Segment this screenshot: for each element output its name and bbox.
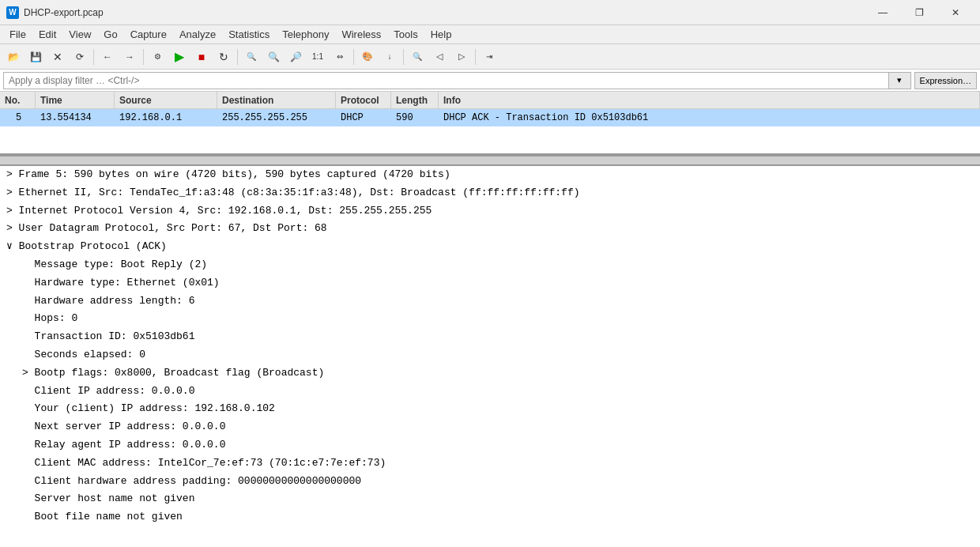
- zoom-out-button[interactable]: 🔎: [285, 47, 306, 66]
- titlebar: W DHCP-export.pcap — ❐ ✕: [0, 0, 980, 25]
- resize-columns-button[interactable]: ⇔: [330, 47, 350, 66]
- cell-destination: 255.255.255.255: [217, 109, 336, 126]
- window-title: DHCP-export.pcap: [24, 7, 865, 18]
- menu-item-help[interactable]: Help: [424, 27, 458, 42]
- menu-item-statistics[interactable]: Statistics: [222, 27, 276, 42]
- separator-3: [237, 49, 238, 65]
- filterbar: ▾ Expression…: [0, 70, 980, 92]
- minimize-button[interactable]: —: [865, 0, 901, 25]
- col-header-info: Info: [439, 92, 980, 108]
- menu-item-go[interactable]: Go: [97, 27, 123, 42]
- resize-handle[interactable]: [0, 155, 980, 166]
- separator-4: [353, 49, 354, 65]
- col-header-protocol: Protocol: [336, 92, 391, 108]
- filter-dropdown-btn[interactable]: ▾: [889, 72, 911, 89]
- colorize-button[interactable]: 🎨: [357, 47, 378, 66]
- restart-capture-button[interactable]: ↻: [213, 47, 234, 66]
- capture-options-button[interactable]: ⚙: [147, 47, 168, 66]
- detail-line[interactable]: > Frame 5: 590 bytes on wire (4720 bits)…: [0, 166, 980, 184]
- save-button[interactable]: 💾: [25, 47, 46, 66]
- detail-line[interactable]: > User Datagram Protocol, Src Port: 67, …: [0, 220, 980, 238]
- col-header-time: Time: [36, 92, 115, 108]
- menu-item-analyze[interactable]: Analyze: [173, 27, 222, 42]
- close-button[interactable]: ✕: [937, 0, 974, 25]
- app-icon: W: [6, 6, 19, 19]
- zoom-reset-button[interactable]: 1:1: [307, 47, 328, 66]
- go-to-button[interactable]: ⇥: [479, 47, 499, 66]
- menu-item-file[interactable]: File: [3, 27, 32, 42]
- start-capture-button[interactable]: ▶: [169, 47, 190, 66]
- maximize-button[interactable]: ❐: [901, 0, 937, 25]
- col-header-destination: Destination: [217, 92, 336, 108]
- stop-capture-button[interactable]: ■: [191, 47, 212, 66]
- main-area: No. Time Source Destination Protocol Len…: [0, 92, 980, 547]
- packet-list-header: No. Time Source Destination Protocol Len…: [0, 92, 980, 109]
- toolbar: 📂 💾 ✕ ⟳ ← → ⚙ ▶ ■ ↻ 🔍 🔍 🔎 1:1 ⇔ 🎨 ↓ 🔍 ◁ …: [0, 44, 980, 70]
- menu-item-telephony[interactable]: Telephony: [276, 27, 335, 42]
- cell-time: 13.554134: [36, 109, 115, 126]
- window-controls: — ❐ ✕: [865, 0, 974, 25]
- menu-item-capture[interactable]: Capture: [124, 27, 173, 42]
- back-button[interactable]: ←: [97, 47, 118, 66]
- detail-line: Hops: 0: [0, 310, 980, 328]
- filter-input[interactable]: [3, 72, 889, 89]
- detail-line: Transaction ID: 0x5103db61: [0, 328, 980, 346]
- menu-item-view[interactable]: View: [62, 27, 97, 42]
- cell-source: 192.168.0.1: [115, 109, 217, 126]
- forward-button[interactable]: →: [119, 47, 140, 66]
- detail-line[interactable]: ∨ Bootstrap Protocol (ACK): [0, 238, 980, 256]
- col-header-length: Length: [391, 92, 439, 108]
- detail-line[interactable]: > Bootp flags: 0x8000, Broadcast flag (B…: [0, 364, 980, 383]
- detail-line: Boot file name not given: [0, 508, 980, 526]
- separator-2: [143, 49, 144, 65]
- find-next-button[interactable]: ▷: [451, 47, 472, 66]
- detail-line: Relay agent IP address: 0.0.0.0: [0, 436, 980, 455]
- separator-6: [475, 49, 476, 65]
- menu-item-tools[interactable]: Tools: [387, 27, 424, 42]
- detail-line: Client hardware address padding: 0000000…: [0, 473, 980, 491]
- detail-line: Hardware type: Ethernet (0x01): [0, 274, 980, 292]
- open-button[interactable]: 📂: [3, 47, 24, 66]
- detail-line: Server host name not given: [0, 490, 980, 508]
- packet-list: No. Time Source Destination Protocol Len…: [0, 92, 980, 155]
- detail-line[interactable]: > Ethernet II, Src: TendaTec_1f:a3:48 (c…: [0, 184, 980, 202]
- col-header-source: Source: [115, 92, 217, 108]
- menubar: FileEditViewGoCaptureAnalyzeStatisticsTe…: [0, 25, 980, 44]
- detail-area[interactable]: > Frame 5: 590 bytes on wire (4720 bits)…: [0, 166, 980, 547]
- cell-protocol: DHCP: [336, 109, 391, 126]
- filter-button[interactable]: 🔍: [241, 47, 262, 66]
- cell-no: 5: [0, 109, 36, 126]
- close-file-button[interactable]: ✕: [47, 47, 68, 66]
- detail-line: Message type: Boot Reply (2): [0, 256, 980, 274]
- detail-line: Seconds elapsed: 0: [0, 346, 980, 364]
- reload-button[interactable]: ⟳: [70, 47, 90, 66]
- col-header-no: No.: [0, 92, 36, 108]
- detail-line: Client MAC address: IntelCor_7e:ef:73 (7…: [0, 455, 980, 473]
- find-button[interactable]: 🔍: [407, 47, 428, 66]
- detail-line[interactable]: > Internet Protocol Version 4, Src: 192.…: [0, 202, 980, 221]
- menu-item-edit[interactable]: Edit: [32, 27, 62, 42]
- cell-info: DHCP ACK - Transaction ID 0x5103db61: [439, 109, 980, 126]
- detail-line: Your (client) IP address: 192.168.0.102: [0, 400, 980, 418]
- separator-1: [93, 49, 94, 65]
- table-row[interactable]: 5 13.554134 192.168.0.1 255.255.255.255 …: [0, 109, 980, 126]
- detail-line: Hardware address length: 6: [0, 292, 980, 311]
- expression-button[interactable]: Expression…: [914, 72, 977, 89]
- separator-5: [403, 49, 404, 65]
- autoScroll-button[interactable]: ↓: [379, 47, 400, 66]
- zoom-in-button[interactable]: 🔍: [263, 47, 284, 66]
- cell-length: 590: [391, 109, 439, 126]
- detail-line: Next server IP address: 0.0.0.0: [0, 418, 980, 436]
- find-prev-button[interactable]: ◁: [429, 47, 450, 66]
- menu-item-wireless[interactable]: Wireless: [335, 27, 387, 42]
- detail-line: Client IP address: 0.0.0.0: [0, 383, 980, 401]
